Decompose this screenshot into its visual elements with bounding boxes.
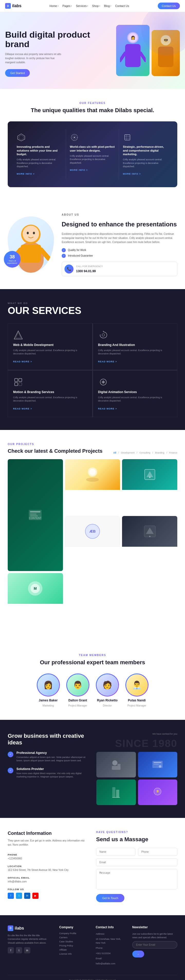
footer-email: hello@adilabs.com (96, 962, 126, 966)
svg-marker-9 (18, 134, 25, 141)
grow-images: 💡 (97, 752, 177, 805)
hero-cta-button[interactable]: Get Started (5, 69, 30, 77)
svg-point-22 (27, 232, 29, 234)
services-section: WHAT WE DO OUR SERVICES Web & Mobile Dev… (0, 289, 185, 430)
name-input[interactable] (96, 848, 135, 856)
footer-link-3[interactable]: Case Studies (60, 940, 89, 943)
email-input[interactable] (96, 858, 177, 866)
avatar-inner-4: 👨‍💼 (126, 674, 148, 696)
filter-development[interactable]: Development (121, 452, 135, 454)
linkedin-icon[interactable]: in (24, 892, 30, 899)
nav-home[interactable]: Home (50, 4, 59, 8)
hero-images: 👩 😎 (116, 25, 180, 76)
project-card-1[interactable]: CONTENT (8, 459, 63, 571)
project-card-5[interactable]: ◈ (122, 516, 177, 571)
filter-all[interactable]: All (113, 452, 116, 454)
footer-link-4[interactable]: Pricing Policy (60, 944, 89, 947)
projects-label: OUR PROJECTS (8, 443, 103, 445)
projects-header: OUR PROJECTS Check our latest & Complete… (8, 443, 177, 454)
svg-rect-61 (154, 764, 159, 764)
footer-company-title: Company (60, 926, 89, 929)
service-card-3: Motion & Branding Services Crilly analyt… (8, 370, 93, 417)
feature-more-1[interactable]: MORE INFO > (17, 173, 35, 175)
about-section: 38 Years of experience ABOUT US Designed… (0, 200, 185, 289)
svg-line-4 (120, 53, 125, 61)
grow-img-4-svg: 💡 (151, 786, 164, 799)
newsletter-input[interactable] (132, 941, 177, 948)
filter-consulting[interactable]: Consulting (139, 452, 150, 454)
filter-sep-2: / (137, 452, 137, 454)
contact-social-icons: f t in ▶ (8, 892, 86, 899)
footer-link-1[interactable]: Company Profile (60, 932, 89, 935)
newsletter-button[interactable]: → (132, 951, 144, 958)
footer-link-5[interactable]: Affiliate (60, 948, 89, 951)
nav-services[interactable]: Services (76, 4, 88, 8)
facebook-icon[interactable]: f (8, 892, 14, 899)
footer-link-2[interactable]: Carriers (60, 936, 89, 939)
svg-text:😎: 😎 (164, 38, 168, 43)
phone-input[interactable] (138, 848, 177, 856)
features-grid: Innovating products and solutions within… (8, 121, 177, 187)
filter-branding[interactable]: Branding (155, 452, 164, 454)
footer-linkedin-icon[interactable]: in (24, 947, 30, 953)
service-more-1[interactable]: READ MORE > (13, 360, 32, 363)
contact-phone: +123456960 (8, 857, 86, 860)
filter-sep-4: / (166, 452, 167, 454)
contact-follow-block: Follow Us f t in ▶ (8, 886, 86, 899)
project-card-2[interactable] (65, 459, 120, 514)
footer-link-6[interactable]: License Info (60, 953, 89, 955)
svg-marker-10 (19, 135, 24, 140)
nav-shop[interactable]: Shop (92, 4, 100, 8)
location-label: Location (8, 865, 22, 868)
feature-more-2[interactable]: MORE INFO > (70, 169, 88, 171)
form-submit-button[interactable]: Get In Touch (96, 894, 124, 902)
about-title: Designed to enhance the presentations (62, 221, 177, 228)
contact-phone-block: Phone +123456960 (8, 852, 86, 860)
team-role-1: Marketing (43, 704, 54, 707)
service-more-3[interactable]: READ MORE > (13, 407, 32, 410)
grow-img-3 (97, 780, 136, 805)
contact-form: HAVE QUESTIONS? Send us a Massage Get In… (96, 831, 177, 902)
message-textarea[interactable] (96, 869, 177, 889)
nav-contact[interactable]: Contact Us (115, 4, 130, 8)
services-header: WHAT WE DO OUR SERVICES (8, 302, 177, 315)
about-checks: ✓ Quality for Work ✓ Introduced Guarante… (62, 248, 177, 258)
hero-figure-svg: 👩 (120, 27, 146, 73)
nav-pages[interactable]: Pages (63, 4, 72, 8)
svg-rect-40 (30, 515, 38, 516)
footer-twitter-icon[interactable]: t (16, 947, 22, 953)
features-title: The unique qualities that make Dilabs sp… (8, 107, 177, 114)
footer-logo-text: ilabs (14, 926, 24, 931)
filter-sep-3: / (152, 452, 153, 454)
form-title: Send us a Massage (96, 836, 177, 843)
service-more-2[interactable]: READ MORE > (98, 360, 117, 363)
form-name-field (96, 848, 135, 856)
project-card-6[interactable]: M (8, 573, 63, 628)
features-label: OUR FEATURES (8, 102, 177, 105)
footer-logo: D ilabs (8, 926, 53, 931)
project-icon-6: M (26, 579, 44, 597)
filter-finance[interactable]: Finance (169, 452, 177, 454)
svg-rect-58 (117, 764, 121, 766)
grow-item-2-desc: Now more uses digital direct response. V… (16, 772, 88, 779)
footer-brand: D ilabs Eu ulte like this the title like… (8, 926, 53, 967)
service-card-1: Web & Mobile Development Crilly analytic… (8, 323, 93, 370)
exp-label: Years of experience (4, 260, 21, 264)
feature-more-3[interactable]: MORE INFO > (123, 173, 141, 175)
project-card-4[interactable]: ÆB (65, 516, 120, 571)
project-card-3[interactable]: ◆ (122, 459, 177, 514)
svg-rect-14 (125, 135, 130, 140)
team-name-3: Ryan Ricketto (97, 698, 117, 702)
nav-blog[interactable]: Blog (104, 4, 111, 8)
form-row-2 (96, 858, 177, 866)
team-avatar-4: 👨‍💼 (125, 673, 148, 697)
footer-facebook-icon[interactable]: f (8, 947, 14, 953)
service-more-4[interactable]: READ MORE > (98, 407, 117, 410)
emergency-number: 1300 94.01.99 (76, 269, 96, 273)
service-card-4: Digital Animation Services Crilly analyt… (93, 370, 177, 417)
logo[interactable]: D ilabs (5, 3, 21, 9)
twitter-icon[interactable]: t (16, 892, 22, 899)
youtube-icon[interactable]: ▶ (32, 892, 39, 899)
nav-cta-button[interactable]: Contact Us (158, 3, 180, 9)
svg-text:ÆB: ÆB (89, 529, 96, 533)
